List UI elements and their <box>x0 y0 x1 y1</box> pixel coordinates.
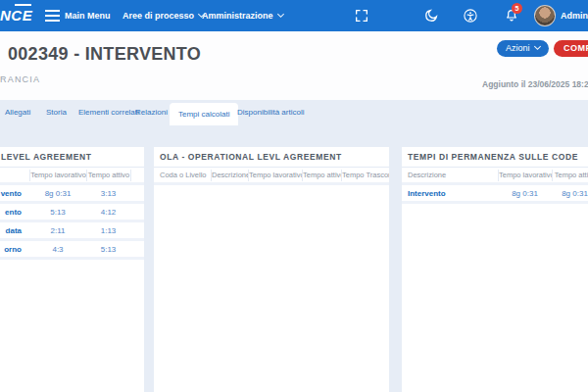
code-row-link[interactable]: Intervento <box>402 189 498 198</box>
column-header: Tempo attivo <box>302 170 341 181</box>
column-header: Tempo lavorativo <box>248 170 302 181</box>
panel-ola: OLA - OPERATIONAL LEVL AGREEMENT Coda o … <box>154 147 389 392</box>
panel-code-title: TEMPI DI PERMANENZA SULLE CODE <box>402 147 588 168</box>
column-header: Coda o Livello <box>154 170 211 181</box>
menu-aree-di-processo-label: Aree di processo <box>122 11 194 21</box>
column-header <box>130 170 144 181</box>
column-header: Tempo lavorativo <box>498 170 552 181</box>
sla-row-link[interactable]: data <box>0 226 29 235</box>
logo-trademark-bar <box>15 4 31 6</box>
tempo-attivo-value: 5:13 <box>86 245 130 254</box>
table-row: ento 5:13 4:12 <box>0 204 144 222</box>
tempo-lavorativo-value: 5:13 <box>29 208 86 217</box>
tempo-lavorativo-value: 8g 0:31 <box>29 189 86 198</box>
app-window: NCE Main Menu Aree di processo Amministr… <box>0 0 588 392</box>
tab-allegati[interactable]: Allegati <box>5 100 30 125</box>
chevron-down-icon <box>276 11 283 18</box>
app-logo[interactable]: NCE <box>0 6 37 25</box>
page-title: 002349 - INTERVENTO <box>8 44 201 65</box>
menu-main-menu-label: Main Menu <box>65 11 111 21</box>
panel-ola-title: OLA - OPERATIONAL LEVL AGREEMENT <box>154 147 389 168</box>
tab-bar: Allegati Storia Elementi correlati Relaz… <box>0 100 588 125</box>
menu-main-menu[interactable]: Main Menu <box>65 0 111 31</box>
tab-storia[interactable]: Storia <box>46 100 67 125</box>
panel-code: TEMPI DI PERMANENZA SULLE CODE Descrizio… <box>402 147 588 392</box>
table-row: Intervento 8g 0:31 8g 0:31 <box>402 185 588 204</box>
fullscreen-icon[interactable] <box>354 8 369 24</box>
tempo-lavorativo-value: 2:11 <box>29 226 86 235</box>
notification-count-badge: 5 <box>512 3 522 14</box>
sla-row-link[interactable]: orno <box>0 245 29 254</box>
status-badge: COMPLE <box>554 40 588 57</box>
column-header: Descrizione <box>402 170 498 181</box>
page-header: 002349 - INTERVENTO RANCIA Azioni COMPLE… <box>0 31 588 100</box>
content-area: LEVEL AGREEMENT Tempo lavorativo Tempo a… <box>0 125 588 392</box>
dark-mode-moon-icon[interactable] <box>423 8 439 24</box>
accessibility-icon[interactable] <box>463 8 478 24</box>
menu-aree-di-processo[interactable]: Aree di processo <box>122 0 204 31</box>
user-name[interactable]: Administr <box>561 0 588 31</box>
table-row: orno 4:3 5:13 <box>0 241 144 260</box>
column-header: Descrizione <box>211 170 248 181</box>
user-avatar[interactable] <box>534 5 556 26</box>
tempo-lavorativo-value: 4:3 <box>29 245 86 254</box>
menu-amministrazione-label: Amministrazione <box>202 11 273 21</box>
sla-row-link[interactable]: vento <box>0 189 29 198</box>
page-subtitle: RANCIA <box>0 74 40 84</box>
hamburger-menu-icon[interactable] <box>45 10 60 22</box>
tempo-lavorativo-value: 8g 0:31 <box>498 189 552 198</box>
column-header: Tempo attivo <box>86 170 130 181</box>
tab-tempi-calcolati[interactable]: Tempi calcolati <box>170 103 238 125</box>
table-row: data 2:11 1:13 <box>0 222 144 241</box>
tempo-attivo-value: 8g 0:31 <box>552 189 588 198</box>
sla-row-link[interactable]: ento <box>0 208 29 217</box>
tempo-attivo-value: 3:13 <box>86 189 130 198</box>
tempo-attivo-value: 1:13 <box>86 226 130 235</box>
table-row: vento 8g 0:31 3:13 <box>0 185 144 204</box>
panel-sla-title: LEVEL AGREEMENT <box>0 147 144 168</box>
actions-button[interactable]: Azioni <box>497 40 549 57</box>
column-header: Tempo Trascorso <box>341 170 389 181</box>
tab-relazioni[interactable]: Relazioni <box>135 100 168 125</box>
column-header <box>0 170 29 181</box>
menu-amministrazione[interactable]: Amministrazione <box>202 0 283 31</box>
panel-code-column-headers: Descrizione Tempo lavorativo Tempo attiv… <box>402 168 588 185</box>
actions-button-label: Azioni <box>506 43 530 53</box>
column-header: Tempo attivo <box>552 170 588 181</box>
column-header: Tempo lavorativo <box>29 170 86 181</box>
tab-disponibilita-articoli[interactable]: Disponibilità articoli <box>237 100 304 125</box>
added-timestamp: Aggiunto il 23/06/2025 18:22 d <box>482 79 588 89</box>
top-navigation-bar: NCE Main Menu Aree di processo Amministr… <box>0 0 588 31</box>
tempo-attivo-value: 4:12 <box>86 208 130 217</box>
chevron-down-icon <box>533 43 540 50</box>
panel-ola-column-headers: Coda o Livello Descrizione Tempo lavorat… <box>154 168 389 185</box>
panel-sla-column-headers: Tempo lavorativo Tempo attivo <box>0 168 144 185</box>
tab-elementi-correlati[interactable]: Elementi correlati <box>78 100 139 125</box>
panel-sla: LEVEL AGREEMENT Tempo lavorativo Tempo a… <box>0 147 144 392</box>
